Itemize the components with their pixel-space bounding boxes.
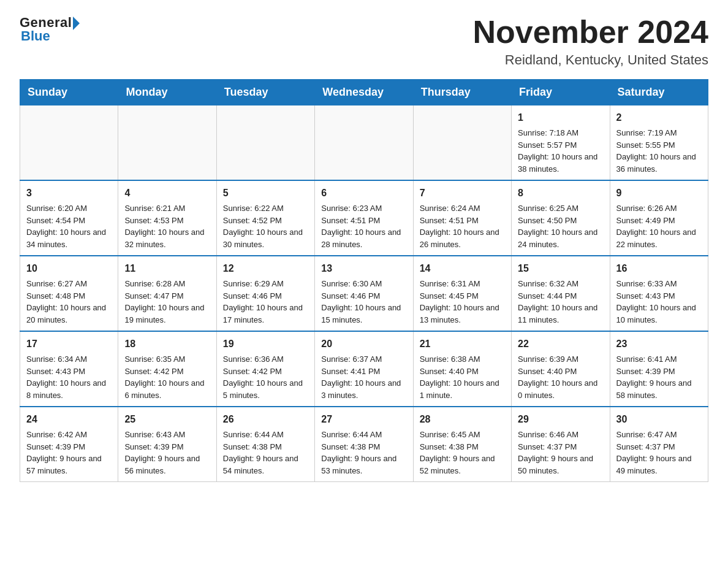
logo-triangle-icon (73, 17, 80, 30)
header-right: November 2024 Reidland, Kentucky, United… (473, 15, 708, 68)
daylight-text: Daylight: 10 hours and 6 minutes. (124, 378, 204, 400)
calendar-cell: 11Sunrise: 6:28 AMSunset: 4:47 PMDayligh… (118, 256, 216, 331)
calendar-cell (216, 105, 314, 181)
sunrise-text: Sunrise: 6:22 AM (223, 204, 284, 213)
logo: General Blue (20, 15, 80, 44)
month-title: November 2024 (473, 15, 708, 50)
calendar-cell: 7Sunrise: 6:24 AMSunset: 4:51 PMDaylight… (413, 180, 511, 256)
day-number: 4 (124, 186, 210, 201)
calendar-cell: 25Sunrise: 6:43 AMSunset: 4:39 PMDayligh… (118, 407, 216, 482)
day-number: 15 (518, 261, 603, 276)
calendar-cell: 12Sunrise: 6:29 AMSunset: 4:46 PMDayligh… (216, 256, 314, 331)
sunrise-text: Sunrise: 6:24 AM (420, 204, 480, 213)
sunrise-text: Sunrise: 6:41 AM (616, 354, 677, 364)
calendar-cell: 8Sunrise: 6:25 AMSunset: 4:50 PMDaylight… (512, 180, 610, 256)
daylight-text: Daylight: 10 hours and 8 minutes. (26, 378, 106, 400)
calendar-cell: 28Sunrise: 6:45 AMSunset: 4:38 PMDayligh… (413, 407, 511, 482)
sunrise-text: Sunrise: 6:36 AM (223, 354, 284, 364)
day-number: 29 (518, 412, 603, 427)
sunset-text: Sunset: 4:49 PM (616, 216, 675, 225)
calendar-week-row: 3Sunrise: 6:20 AMSunset: 4:54 PMDaylight… (20, 180, 708, 256)
day-number: 19 (223, 337, 308, 351)
sunrise-text: Sunrise: 7:18 AM (518, 128, 578, 137)
calendar-cell (20, 105, 118, 181)
weekday-header-wednesday: Wednesday (315, 80, 413, 105)
sunset-text: Sunset: 4:52 PM (223, 216, 282, 225)
sunrise-text: Sunrise: 6:28 AM (124, 279, 185, 288)
day-number: 12 (223, 261, 308, 276)
sunrise-text: Sunrise: 6:30 AM (321, 279, 382, 288)
daylight-text: Daylight: 10 hours and 1 minute. (420, 378, 499, 400)
sunset-text: Sunset: 4:39 PM (26, 442, 85, 451)
daylight-text: Daylight: 10 hours and 13 minutes. (420, 303, 499, 324)
sunset-text: Sunset: 4:46 PM (223, 291, 282, 301)
calendar-cell: 9Sunrise: 6:26 AMSunset: 4:49 PMDaylight… (610, 180, 708, 256)
sunrise-text: Sunrise: 6:37 AM (321, 354, 382, 364)
day-number: 27 (321, 412, 406, 427)
day-number: 14 (420, 261, 505, 276)
calendar-cell: 22Sunrise: 6:39 AMSunset: 4:40 PMDayligh… (512, 331, 610, 407)
daylight-text: Daylight: 10 hours and 0 minutes. (518, 378, 597, 400)
calendar-cell: 19Sunrise: 6:36 AMSunset: 4:42 PMDayligh… (216, 331, 314, 407)
weekday-header-thursday: Thursday (413, 80, 511, 105)
day-number: 20 (321, 337, 406, 351)
day-number: 3 (26, 186, 112, 201)
weekday-header-tuesday: Tuesday (216, 80, 314, 105)
sunrise-text: Sunrise: 6:45 AM (420, 430, 480, 439)
page-header: General Blue November 2024 Reidland, Ken… (20, 15, 708, 68)
sunset-text: Sunset: 4:44 PM (518, 291, 577, 301)
day-number: 1 (518, 110, 603, 125)
sunrise-text: Sunrise: 6:20 AM (26, 204, 87, 213)
sunrise-text: Sunrise: 6:39 AM (518, 354, 578, 364)
day-number: 22 (518, 337, 603, 351)
daylight-text: Daylight: 9 hours and 54 minutes. (223, 454, 298, 475)
daylight-text: Daylight: 10 hours and 5 minutes. (223, 378, 303, 400)
daylight-text: Daylight: 9 hours and 56 minutes. (124, 454, 200, 475)
calendar-cell: 14Sunrise: 6:31 AMSunset: 4:45 PMDayligh… (413, 256, 511, 331)
sunrise-text: Sunrise: 6:42 AM (26, 430, 87, 439)
calendar-cell: 13Sunrise: 6:30 AMSunset: 4:46 PMDayligh… (315, 256, 413, 331)
sunrise-text: Sunrise: 6:35 AM (124, 354, 185, 364)
day-number: 30 (616, 412, 702, 427)
day-number: 13 (321, 261, 406, 276)
calendar-cell: 1Sunrise: 7:18 AMSunset: 5:57 PMDaylight… (512, 105, 610, 181)
day-number: 6 (321, 186, 406, 201)
calendar-cell: 21Sunrise: 6:38 AMSunset: 4:40 PMDayligh… (413, 331, 511, 407)
sunset-text: Sunset: 4:51 PM (420, 216, 479, 225)
sunrise-text: Sunrise: 6:23 AM (321, 204, 382, 213)
sunrise-text: Sunrise: 7:19 AM (616, 128, 677, 137)
calendar-cell: 30Sunrise: 6:47 AMSunset: 4:37 PMDayligh… (610, 407, 708, 482)
calendar-cell: 16Sunrise: 6:33 AMSunset: 4:43 PMDayligh… (610, 256, 708, 331)
day-number: 5 (223, 186, 308, 201)
calendar-week-row: 1Sunrise: 7:18 AMSunset: 5:57 PMDaylight… (20, 105, 708, 181)
calendar-cell: 2Sunrise: 7:19 AMSunset: 5:55 PMDaylight… (610, 105, 708, 181)
sunrise-text: Sunrise: 6:31 AM (420, 279, 480, 288)
day-number: 16 (616, 261, 702, 276)
sunset-text: Sunset: 4:40 PM (420, 367, 479, 376)
sunset-text: Sunset: 4:45 PM (420, 291, 479, 301)
sunrise-text: Sunrise: 6:27 AM (26, 279, 87, 288)
day-number: 17 (26, 337, 112, 351)
calendar-cell: 23Sunrise: 6:41 AMSunset: 4:39 PMDayligh… (610, 331, 708, 407)
calendar-cell (118, 105, 216, 181)
daylight-text: Daylight: 10 hours and 36 minutes. (616, 152, 696, 174)
calendar-cell: 17Sunrise: 6:34 AMSunset: 4:43 PMDayligh… (20, 331, 118, 407)
daylight-text: Daylight: 9 hours and 52 minutes. (420, 454, 495, 475)
calendar-week-row: 10Sunrise: 6:27 AMSunset: 4:48 PMDayligh… (20, 256, 708, 331)
sunrise-text: Sunrise: 6:33 AM (616, 279, 677, 288)
calendar-week-row: 17Sunrise: 6:34 AMSunset: 4:43 PMDayligh… (20, 331, 708, 407)
day-number: 7 (420, 186, 505, 201)
calendar-cell: 6Sunrise: 6:23 AMSunset: 4:51 PMDaylight… (315, 180, 413, 256)
sunrise-text: Sunrise: 6:26 AM (616, 204, 677, 213)
daylight-text: Daylight: 9 hours and 58 minutes. (616, 378, 692, 400)
sunset-text: Sunset: 4:46 PM (321, 291, 380, 301)
calendar-header-row: SundayMondayTuesdayWednesdayThursdayFrid… (20, 80, 708, 105)
calendar-cell: 26Sunrise: 6:44 AMSunset: 4:38 PMDayligh… (216, 407, 314, 482)
sunrise-text: Sunrise: 6:44 AM (223, 430, 284, 439)
sunset-text: Sunset: 4:41 PM (321, 367, 380, 376)
calendar-cell: 15Sunrise: 6:32 AMSunset: 4:44 PMDayligh… (512, 256, 610, 331)
weekday-header-saturday: Saturday (610, 80, 708, 105)
sunset-text: Sunset: 4:53 PM (124, 216, 183, 225)
calendar-cell: 18Sunrise: 6:35 AMSunset: 4:42 PMDayligh… (118, 331, 216, 407)
day-number: 8 (518, 186, 603, 201)
